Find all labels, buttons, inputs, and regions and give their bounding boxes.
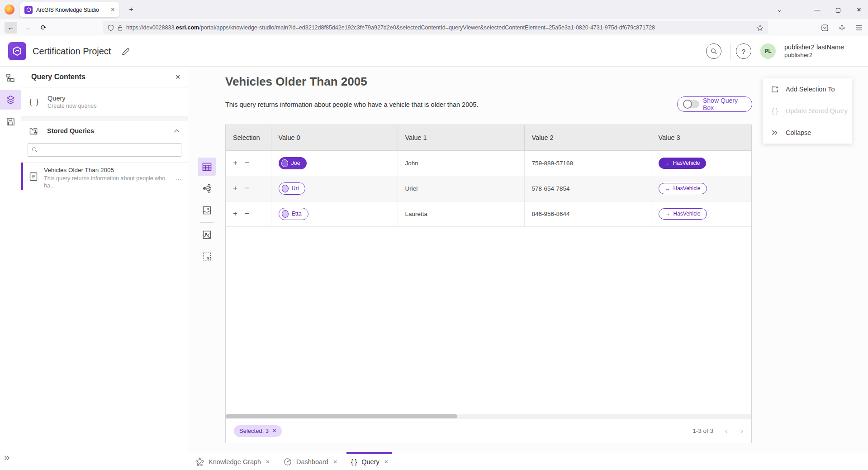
knowledge-graph-rail-icon[interactable] [0, 68, 21, 88]
panel-close-icon[interactable]: ✕ [175, 73, 180, 81]
menu-item-update-stored-query[interactable]: { } Update Stored Query [763, 100, 852, 122]
table-row: +−UriUriel578-654-7854→HasVehicle [226, 176, 751, 201]
more-options-icon[interactable]: ... [175, 167, 182, 182]
knowledge-studio-logo [8, 42, 26, 60]
col-header-selection[interactable]: Selection [226, 125, 271, 150]
search-input[interactable] [41, 147, 177, 153]
tab-query[interactable]: { } Query ✕ [351, 453, 389, 470]
value2-cell[interactable]: 759-889-57168 [524, 150, 651, 176]
avatar[interactable]: PL [760, 43, 776, 59]
expand-rail-icon[interactable] [4, 455, 10, 461]
url-text[interactable]: https://dev0028833.esri.com/portal/apps/… [126, 24, 753, 31]
tab-close-icon[interactable]: ✕ [266, 459, 270, 465]
app-header: Certification Project ? PL publisher2 la… [0, 36, 868, 67]
next-page-icon[interactable]: › [741, 427, 743, 435]
pocket-icon[interactable] [818, 21, 831, 34]
tab-close-icon[interactable]: ✕ [333, 459, 337, 465]
bookmark-star-icon[interactable] [757, 24, 764, 31]
user-handle: publisher2 [784, 51, 844, 59]
tab-knowledge-graph[interactable]: Knowledge Graph ✕ [195, 453, 270, 470]
horizontal-scrollbar[interactable] [226, 414, 751, 419]
stored-queries-search[interactable] [28, 143, 181, 157]
reload-icon[interactable]: ⟳ [37, 22, 50, 34]
stored-query-item[interactable]: Vehicles Older Than 2005 This query retu… [21, 162, 188, 190]
entity-pill[interactable]: Uri [279, 182, 306, 195]
search-input-icon [32, 147, 38, 153]
add-to-map-icon[interactable] [198, 225, 216, 244]
bottom-tab-bar: Knowledge Graph ✕ Dashboard ✕ { } Query … [188, 453, 868, 470]
lock-icon[interactable] [118, 25, 123, 31]
braces-icon: { } [29, 97, 39, 106]
relationship-pill[interactable]: →HasVehicle [659, 183, 707, 194]
menu-hamburger-icon[interactable] [853, 21, 865, 34]
forward-button[interactable]: → [21, 22, 33, 34]
toggle-switch[interactable] [683, 100, 699, 108]
stored-queries-title: Stored Queries [47, 127, 166, 134]
tab-close-icon[interactable]: ✕ [111, 7, 115, 13]
browser-tab-bar: ArcGIS Knowledge Studio ✕ + ⌄ — ▢ ✕ [0, 0, 868, 19]
query-item[interactable]: { } Query Create new queries [21, 87, 188, 116]
menu-item-label: Update Stored Query [786, 107, 848, 115]
relationship-pill[interactable]: →HasVehicle [659, 158, 706, 169]
minimize-button[interactable]: — [811, 3, 824, 16]
edit-pencil-icon[interactable] [121, 48, 130, 56]
save-rail-icon[interactable] [0, 111, 21, 131]
layers-rail-icon[interactable] [0, 90, 21, 110]
tracking-shield-icon[interactable] [108, 24, 114, 31]
value2-cell[interactable]: 846-956-8644 [524, 201, 651, 226]
stored-query-title: Vehicles Older Than 2005 [44, 167, 169, 173]
show-query-box-toggle[interactable]: Show Query Box [677, 96, 752, 112]
help-icon[interactable]: ? [736, 43, 751, 59]
menu-item-collapse[interactable]: Collapse [763, 122, 852, 144]
entity-pill[interactable]: Joe [279, 157, 307, 169]
entity-dot-icon [281, 159, 288, 167]
maximize-button[interactable]: ▢ [831, 3, 845, 16]
value1-cell[interactable]: Uriel [398, 176, 524, 201]
entity-pill[interactable]: Etta [279, 208, 308, 220]
map-view-icon[interactable] [198, 201, 216, 219]
back-button[interactable]: ← [5, 22, 17, 34]
query-contents-panel: Query Contents ✕ { } Query Create new qu… [21, 67, 188, 470]
scrollbar-thumb[interactable] [226, 414, 457, 418]
selection-tool-icon[interactable] [198, 247, 216, 265]
col-header-value3[interactable]: Value 3 [651, 125, 751, 150]
col-header-value0[interactable]: Value 0 [271, 125, 398, 150]
add-selection-icon[interactable]: + [233, 184, 237, 193]
list-tabs-icon[interactable]: ⌄ [773, 3, 786, 16]
query-item-subtitle: Create new queries [47, 103, 96, 109]
new-tab-button[interactable]: + [126, 4, 137, 15]
link-chart-view-icon[interactable] [198, 179, 216, 197]
toolbar-divider [200, 222, 213, 223]
search-icon[interactable] [706, 43, 721, 59]
menu-item-add-selection-to[interactable]: Add Selection To [763, 78, 852, 100]
close-window-button[interactable]: ✕ [852, 3, 866, 16]
user-info[interactable]: publisher2 lastName publisher2 [784, 43, 844, 59]
value2-cell[interactable]: 578-654-7854 [524, 176, 651, 201]
tab-dashboard[interactable]: Dashboard ✕ [284, 453, 337, 470]
url-bar[interactable]: https://dev0028833.esri.com/portal/apps/… [103, 21, 768, 34]
add-selection-icon[interactable]: + [233, 158, 237, 168]
value1-cell[interactable]: John [398, 150, 524, 176]
value1-cell[interactable]: Lauretta [398, 201, 524, 226]
chevron-up-icon[interactable] [174, 129, 180, 133]
prev-page-icon[interactable]: ‹ [725, 427, 727, 435]
add-selection-icon[interactable]: + [233, 209, 237, 218]
row-selection-controls: +− [233, 184, 249, 193]
extensions-icon[interactable] [835, 21, 848, 34]
table-view-icon[interactable] [198, 158, 216, 176]
firefox-logo-icon[interactable] [5, 5, 14, 14]
selected-count-chip[interactable]: Selected: 3 ✕ [234, 425, 282, 437]
col-header-value1[interactable]: Value 1 [398, 125, 524, 150]
left-rail [0, 67, 21, 470]
col-header-value2[interactable]: Value 2 [524, 125, 651, 150]
arrow-icon: → [665, 185, 670, 192]
stored-queries-header[interactable]: Stored Queries [21, 120, 188, 141]
browser-tab[interactable]: ArcGIS Knowledge Studio ✕ [20, 2, 119, 17]
braces-icon: { } [351, 458, 357, 465]
tab-close-icon[interactable]: ✕ [384, 459, 389, 465]
remove-selection-icon[interactable]: − [245, 184, 249, 193]
remove-selection-icon[interactable]: − [245, 209, 249, 218]
remove-selection-icon[interactable]: − [245, 158, 249, 168]
relationship-pill[interactable]: →HasVehicle [659, 208, 707, 220]
clear-selection-icon[interactable]: ✕ [272, 428, 276, 434]
